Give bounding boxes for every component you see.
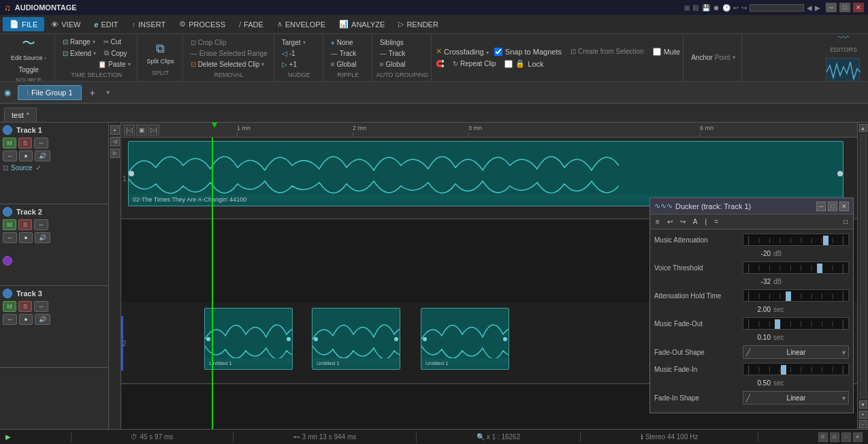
fade-out-shape-dropdown[interactable]: ╱ Linear ▾ <box>743 345 849 359</box>
menu-fade[interactable]: / FADE <box>232 18 270 31</box>
track-2-s-button[interactable]: S <box>18 219 32 230</box>
menu-process[interactable]: ⚙ PROCESS <box>172 17 232 31</box>
ag-track-button[interactable]: — Track <box>376 48 428 59</box>
track-3-s-button[interactable]: S <box>18 301 32 312</box>
undo-icon[interactable]: ↩ <box>733 4 739 12</box>
clip-2b-handle-left[interactable] <box>314 337 318 341</box>
ruler-btn-3[interactable]: ▷| <box>148 125 159 136</box>
menu-envelope[interactable]: ∧ ENVELOPE <box>270 17 332 31</box>
clip-handle-right[interactable] <box>837 171 843 176</box>
erase-selected-range-button[interactable]: — Erase Selected Range <box>187 48 271 59</box>
clip-2c-handle-left[interactable] <box>423 337 427 341</box>
cut-button[interactable]: ✂ Cut <box>100 37 125 47</box>
dtb-sep-button[interactable]: | <box>703 217 710 226</box>
redo-icon[interactable]: ↪ <box>741 4 747 12</box>
menu-file[interactable]: 📄 FILE <box>3 17 44 31</box>
music-attenuation-thumb[interactable] <box>823 236 829 245</box>
scroll-up-button[interactable]: ▲ <box>859 124 867 132</box>
toggle-button[interactable]: Toggle <box>5 65 52 75</box>
dtb-redo-button[interactable]: ↪ <box>677 217 688 226</box>
extend-button[interactable]: ⊡ Extend ▾ <box>59 48 99 59</box>
paste-button[interactable]: 📋 Paste ▾ <box>95 59 134 69</box>
clip-2b-handle-right[interactable] <box>394 337 398 341</box>
split-clips-button[interactable]: ⧉ Split Clips <box>142 39 180 67</box>
snap-to-magnets-checkbox[interactable] <box>494 48 502 56</box>
dtb-eq-button[interactable]: = <box>711 217 721 226</box>
dtb-expand-button[interactable]: □ <box>841 217 850 226</box>
add-file-group-button[interactable]: + <box>86 86 99 99</box>
menu-render[interactable]: ▷ RENDER <box>391 17 445 31</box>
dialog-minimize-button[interactable]: ─ <box>816 202 826 211</box>
status-btn-3[interactable]: ☆ <box>841 432 851 442</box>
collapse-button[interactable]: ◁ <box>110 137 120 146</box>
ruler-btn-1[interactable]: |◁ <box>124 125 135 136</box>
ripple-track-button[interactable]: — Track <box>327 48 369 59</box>
attenuation-hold-thumb[interactable] <box>786 291 791 301</box>
create-from-selection-button[interactable]: ⊡ Create from Selection <box>567 46 647 57</box>
crossfading-dropdown[interactable]: Crossfading ▾ <box>444 48 489 56</box>
track-2-m-button[interactable]: M <box>3 219 16 230</box>
monitor-icon[interactable]: ⊞ <box>684 4 690 12</box>
status-btn-4[interactable]: ★ <box>853 432 863 442</box>
clock-icon[interactable]: 🕐 <box>722 4 730 12</box>
music-fade-in-thumb[interactable] <box>781 365 786 375</box>
lock-checkbox[interactable] <box>504 60 513 68</box>
attenuation-hold-slider[interactable] <box>743 289 849 302</box>
mute-checkbox[interactable] <box>653 48 661 56</box>
fade-in-shape-dropdown[interactable]: ╱ Linear ▾ <box>743 391 849 405</box>
track-1-link-button[interactable]: ↔ <box>34 138 48 148</box>
menu-view[interactable]: 👁 VIEW <box>44 18 87 31</box>
target-button[interactable]: Target ▾ <box>278 37 320 48</box>
music-attenuation-slider[interactable] <box>743 234 849 246</box>
zoom-out-button[interactable]: - <box>859 420 867 428</box>
clip-2-handle-left[interactable] <box>206 337 210 341</box>
track-3-vol-btn[interactable]: 🔊 <box>35 314 50 325</box>
track-2-clip-2[interactable]: Untitled 1 <box>312 308 400 370</box>
dialog-close-button[interactable]: ✕ <box>839 202 849 211</box>
input-display[interactable] <box>750 4 804 12</box>
clip-handle-left[interactable] <box>129 171 134 176</box>
snap-to-magnets-check[interactable]: Snap to Magnets <box>494 48 562 56</box>
track-3-m-button[interactable]: M <box>3 301 16 312</box>
vertical-scrollbar[interactable] <box>860 134 867 398</box>
track-2-vol-btn[interactable]: 🔊 <box>35 232 50 243</box>
anchor-point-button[interactable]: Anchor Point ▾ <box>688 52 738 63</box>
dtb-a-button[interactable]: A <box>690 217 701 226</box>
music-fade-in-slider[interactable] <box>743 363 849 375</box>
maximize-button[interactable]: □ <box>839 3 850 12</box>
status-btn-2[interactable]: ⊟ <box>830 432 839 442</box>
ripple-global-button[interactable]: ≡ Global <box>327 59 369 69</box>
dtb-undo-button[interactable]: ↩ <box>664 217 675 226</box>
ag-siblings-button[interactable]: Siblings <box>376 37 428 48</box>
track-2-link-button[interactable]: ↔ <box>34 219 48 230</box>
status-btn-1[interactable]: ⊞ <box>818 432 828 442</box>
track-3-ctrl-b[interactable]: ● <box>19 314 33 325</box>
crop-clip-button[interactable]: ⊡ Crop Clip <box>187 37 271 48</box>
zoom-in-button[interactable]: + <box>859 411 867 419</box>
repeat-clip-button[interactable]: ↻ Repeat Clip <box>449 59 499 69</box>
music-fade-out-slider[interactable] <box>743 317 849 330</box>
clip-2-handle-right[interactable] <box>287 337 291 341</box>
dtb-menu-button[interactable]: ≡ <box>653 217 662 226</box>
track-area[interactable]: |◁ ▣ ▷| 1 mn 2 mn 3 mn 6 mn <box>121 123 857 429</box>
clip-2c-handle-right[interactable] <box>503 337 507 341</box>
ruler-btn-2[interactable]: ▣ <box>136 125 147 136</box>
editors-button[interactable]: 〰 EDITORS <box>824 34 863 56</box>
fwd-icon[interactable]: ▶ <box>815 4 820 12</box>
back-icon[interactable]: ◀ <box>807 4 812 12</box>
menu-edit[interactable]: e EDIT <box>87 18 125 31</box>
delete-selected-clip-button[interactable]: ⊡ Delete Selected Clip ▾ <box>187 59 271 69</box>
track-2-ctrl-b[interactable]: ● <box>19 232 33 243</box>
tab-test[interactable]: test * <box>4 108 37 122</box>
voice-threshold-thumb[interactable] <box>817 264 822 273</box>
track-3-ctrl-a[interactable]: ↔ <box>3 314 17 325</box>
track-2-clip-1[interactable]: Untitled 1 <box>204 308 293 370</box>
minimize-button[interactable]: ─ <box>826 3 837 12</box>
nudge-plus-button[interactable]: ▷ +1 <box>278 59 320 69</box>
link-icon[interactable]: ⛓ <box>692 4 699 12</box>
track-2-ctrl-a[interactable]: ↔ <box>3 232 17 243</box>
music-fade-out-thumb[interactable] <box>775 319 780 329</box>
nudge-minus-button[interactable]: ◁ -1 <box>278 48 320 59</box>
range-button[interactable]: ⊡ Range ▾ <box>59 37 98 47</box>
file-group-tab-1[interactable]: ! File Group 1 <box>18 85 82 100</box>
